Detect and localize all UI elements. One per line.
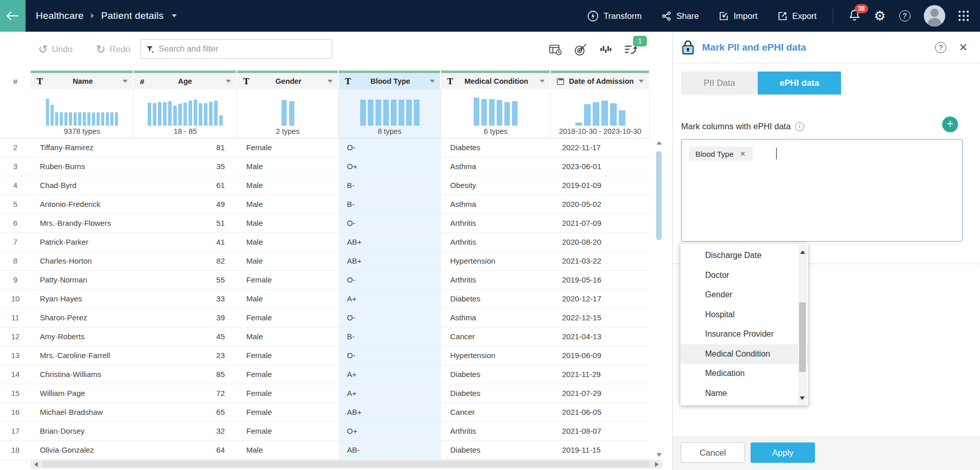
horizontal-scroll-thumb[interactable] [42, 461, 650, 467]
apply-button[interactable]: Apply [751, 442, 815, 463]
dropdown-scroll-down-arrow[interactable] [800, 396, 805, 400]
cell-gender: Female [237, 271, 339, 289]
table-row[interactable]: 15William·Page72FemaleA+Diabetes2021-07-… [0, 384, 650, 403]
histogram-date-of-admission[interactable]: 2018-10-30 - 2023-10-30 [551, 89, 650, 138]
histogram-name[interactable]: 9378 types [31, 89, 134, 138]
table-row[interactable]: 10Ryan·Hayes33MaleA+Diabetes2020-12-17 [0, 290, 650, 309]
dropdown-item-name[interactable]: Name [681, 384, 808, 404]
apps-grid-icon[interactable] [959, 11, 969, 21]
table-row[interactable]: 9Patty·Norman55FemaleO-Arthritis2019-05-… [0, 271, 650, 290]
cell-date-of-admission: 2022-11-17 [551, 138, 650, 157]
import-button[interactable]: Import [718, 11, 758, 21]
grid-horizontal-scrollbar[interactable] [31, 460, 662, 468]
scroll-left-arrow[interactable] [34, 462, 38, 467]
search-input[interactable] [159, 44, 326, 54]
cell-name: Brian·Dorsey [31, 422, 134, 440]
column-menu-caret[interactable] [328, 80, 333, 83]
table-row[interactable]: 5Antonio·Frederick49MaleB-Asthma2020-05-… [0, 195, 650, 214]
export-button[interactable]: Export [777, 11, 817, 21]
undo-button[interactable]: ↺ Undo [38, 44, 73, 55]
dropdown-scroll-up-arrow[interactable] [800, 250, 805, 254]
table-row[interactable]: 8Charles·Horton82MaleAB+Hypertension2021… [0, 252, 650, 271]
histogram-gender[interactable]: 2 types [237, 89, 339, 138]
table-row[interactable]: 18Olivia·Gonzalez64MaleAB-Diabetes2019-1… [0, 441, 650, 460]
histogram-blood-type[interactable]: 8 types [339, 89, 441, 138]
cell-date-of-admission: 2021-07-09 [551, 214, 650, 232]
settings-gear-icon[interactable]: ⚙ [874, 9, 885, 22]
dropdown-scroll-thumb[interactable] [799, 302, 806, 372]
scroll-down-arrow[interactable] [657, 453, 662, 457]
column-menu-caret[interactable] [226, 80, 231, 83]
cell-name: Michael·Bradshaw [31, 403, 134, 421]
breadcrumb-dataset[interactable]: Patient details [101, 10, 164, 21]
dropdown-item-insurance-provider[interactable]: Insurance Provider [681, 324, 808, 344]
histogram-row-spacer [0, 89, 31, 138]
vertical-scroll-thumb[interactable] [656, 151, 662, 240]
row-number: 16 [0, 403, 31, 421]
dropdown-item-gender[interactable]: Gender [681, 285, 808, 305]
notifications-button[interactable]: 38 [849, 9, 860, 24]
table-row[interactable]: 2Tiffany·Ramirez81FemaleO-Diabetes2022-1… [0, 138, 650, 157]
column-header-gender[interactable]: TGender [237, 70, 339, 89]
table-row[interactable]: 3Ruben·Burns35MaleO+Asthma2023-06-01 [0, 157, 650, 176]
cancel-button[interactable]: Cancel [681, 442, 745, 463]
dropdown-item-discharge-date[interactable]: Discharge Date [681, 246, 808, 266]
scroll-right-arrow[interactable] [655, 462, 659, 467]
chip-remove-icon[interactable]: ✕ [740, 150, 746, 158]
table-row[interactable]: 16Michael·Bradshaw65FemaleAB+Cancer2021-… [0, 403, 650, 422]
column-menu-caret[interactable] [430, 80, 435, 83]
share-button[interactable]: Share [661, 11, 699, 21]
table-row[interactable]: 14Christina·Williams85FemaleA+Diabetes20… [0, 365, 650, 384]
tab-pii-data[interactable]: PII Data [681, 72, 758, 95]
table-row[interactable]: 11Sharon·Perez39FemaleO-Asthma2022-12-15 [0, 309, 650, 327]
column-stats-icon[interactable] [598, 43, 613, 56]
table-row[interactable]: 7Patrick·Parker41MaleAB+Arthritis2020-08… [0, 233, 650, 252]
table-row[interactable]: 6Mrs.·Brandy·Flowers51MaleO-Arthritis202… [0, 214, 650, 233]
table-row[interactable]: 12Amy·Roberts45MaleB-Cancer2021-04-13 [0, 327, 650, 346]
dropdown-item-doctor[interactable]: Doctor [681, 266, 808, 286]
add-columns-button[interactable]: + [942, 116, 958, 132]
transform-button[interactable]: Transform [587, 10, 642, 22]
column-menu-caret[interactable] [540, 80, 545, 83]
panel-help-icon[interactable]: ? [935, 42, 946, 53]
table-row[interactable]: 13Mrs.·Caroline·Farrell23FemaleO-Hyperte… [0, 346, 650, 365]
explore-data-icon[interactable] [548, 43, 563, 56]
ephi-columns-input[interactable]: Blood Type✕ [681, 139, 963, 242]
user-avatar[interactable] [924, 5, 945, 27]
column-header-name[interactable]: TName [31, 70, 134, 89]
cell-medical-condition: Asthma [441, 195, 551, 214]
cell-date-of-admission: 2019-11-15 [551, 441, 650, 459]
cell-blood-type: B- [339, 176, 441, 195]
dropdown-item-hospital[interactable]: Hospital [681, 305, 808, 325]
column-header-date-of-admission[interactable]: Date of Admission [551, 70, 650, 89]
back-button[interactable] [0, 0, 26, 32]
histogram-age[interactable]: 18 - 85 [134, 89, 237, 138]
tab-ephi-data[interactable]: ePHI data [758, 72, 841, 95]
column-menu-caret[interactable] [123, 80, 128, 83]
search-and-filter-box[interactable] [141, 39, 332, 59]
column-header-medical-condition[interactable]: TMedical Condition [441, 70, 551, 89]
dropdown-scrollbar[interactable] [798, 244, 807, 405]
table-row[interactable]: 17Brian·Dorsey32FemaleO+Arthritis2021-08… [0, 422, 650, 441]
redo-button[interactable]: ↻ Redo [96, 44, 130, 55]
column-header-age[interactable]: #Age [134, 70, 237, 89]
column-header-blood-type[interactable]: TBlood Type [339, 70, 441, 89]
panel-close-icon[interactable]: ✕ [959, 42, 968, 53]
cell-name: Sharon·Perez [31, 309, 134, 327]
dropdown-item-medication[interactable]: Medication [681, 364, 808, 384]
scroll-up-arrow[interactable] [657, 141, 662, 145]
histogram-medical-condition[interactable]: 6 types [441, 89, 551, 138]
transform-bolt-icon [587, 10, 599, 22]
histogram-bars [575, 96, 625, 126]
help-icon[interactable]: ? [899, 10, 911, 21]
data-quality-target-icon[interactable] [573, 43, 588, 56]
dropdown-item-medical-condition[interactable]: Medical Condition [681, 344, 808, 364]
info-icon[interactable]: i [795, 122, 804, 131]
dataset-menu-caret-icon[interactable] [172, 14, 177, 17]
column-menu-caret[interactable] [639, 80, 644, 83]
histogram-bars [360, 96, 419, 126]
grid-vertical-scrollbar[interactable] [656, 139, 662, 460]
table-row[interactable]: 4Chad·Byrd61MaleB-Obesity2019-01-09 [0, 176, 650, 195]
applied-steps-icon[interactable]: 1 [623, 43, 638, 56]
breadcrumb-project[interactable]: Healthcare [36, 10, 84, 21]
